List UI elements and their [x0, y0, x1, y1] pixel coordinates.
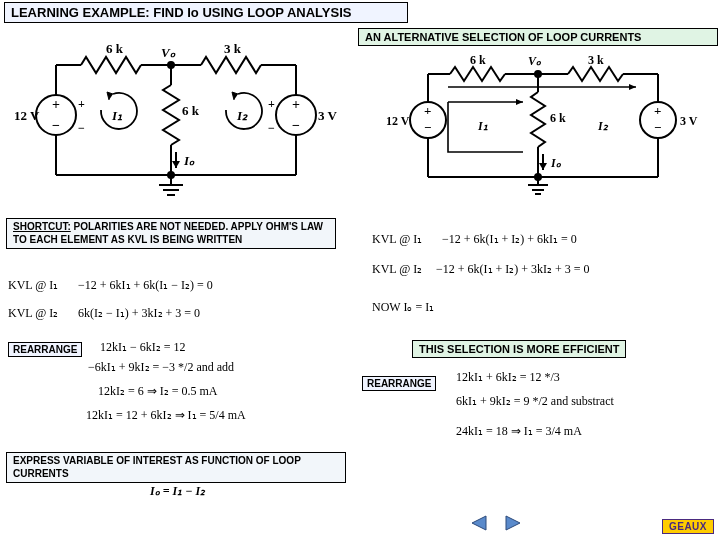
alt-title-text: AN ALTERNATIVE SELECTION OF LOOP CURRENT…: [365, 31, 641, 43]
footer-brand: GEAUX: [662, 519, 714, 534]
svg-text:I₁: I₁: [477, 119, 488, 133]
vs-3v: 3 V: [318, 108, 338, 123]
kvl2-right-label: KVL @ I₂: [372, 262, 422, 277]
efficient-box: THIS SELECTION IS MORE EFFICIENT: [412, 340, 626, 358]
circuit-left: 6 k 3 k 6 k Vₒ 12 V 3 V I₁ I₂ Iₒ + − + −…: [6, 40, 346, 210]
vo-label: Vₒ: [161, 45, 176, 60]
res-6k-left: 6 k: [106, 41, 124, 56]
svg-text:−: −: [52, 118, 60, 133]
i1-label: I₁: [111, 108, 123, 123]
kvl1-left-label: KVL @ I₁: [8, 278, 58, 293]
i2-label: I₂: [236, 108, 248, 123]
svg-text:+: +: [52, 97, 60, 112]
svg-text:−: −: [654, 120, 661, 135]
res-3k: 3 k: [224, 41, 242, 56]
eq-r1-right: 12kI₁ + 6kI₂ = 12 */3: [456, 370, 560, 385]
vs-12v: 12 V: [14, 108, 40, 123]
eq-r2-right: 6kI₁ + 9kI₂ = 9 */2 and substract: [456, 394, 614, 409]
svg-text:3 V: 3 V: [680, 114, 698, 128]
prev-button[interactable]: [468, 514, 490, 532]
svg-text:+: +: [78, 97, 85, 111]
svg-text:6 k: 6 k: [470, 53, 486, 67]
svg-text:I₂: I₂: [597, 119, 609, 133]
svg-text:−: −: [78, 121, 85, 135]
title-box: LEARNING EXAMPLE: FIND Io USING LOOP ANA…: [4, 2, 408, 23]
svg-text:6 k: 6 k: [550, 111, 566, 125]
eq-r1-left: 12kI₁ − 6kI₂ = 12: [100, 340, 186, 355]
shortcut-underline: SHORTCUT:: [13, 221, 71, 232]
rearrange-left: REARRANGE: [8, 342, 82, 357]
svg-text:+: +: [292, 97, 300, 112]
next-button[interactable]: [502, 514, 524, 532]
io-label: Iₒ: [183, 153, 195, 168]
kvl1-right: −12 + 6k(I₁ + I₂) + 6kI₁ = 0: [442, 232, 577, 247]
svg-text:Vₒ: Vₒ: [528, 54, 542, 68]
svg-text:Iₒ: Iₒ: [550, 156, 562, 170]
kvl1-right-label: KVL @ I₁: [372, 232, 422, 247]
eq-r4-left: 12kI₁ = 12 + 6kI₂ ⇒ I₁ = 5/4 mA: [86, 408, 246, 423]
kvl2-left-label: KVL @ I₂: [8, 306, 58, 321]
svg-text:−: −: [292, 118, 300, 133]
alt-title-box: AN ALTERNATIVE SELECTION OF LOOP CURRENT…: [358, 28, 718, 46]
kvl1-left: −12 + 6kI₁ + 6k(I₁ − I₂) = 0: [78, 278, 213, 293]
svg-text:+: +: [424, 103, 431, 118]
svg-text:−: −: [268, 121, 275, 135]
svg-text:+: +: [268, 97, 275, 111]
eq-r3-right: 24kI₁ = 18 ⇒ I₁ = 3/4 mA: [456, 424, 582, 439]
kvl2-right: −12 + 6k(I₁ + I₂) + 3kI₂ + 3 = 0: [436, 262, 590, 277]
res-6k-mid: 6 k: [182, 103, 200, 118]
eq-r3-left: 12kI₂ = 6 ⇒ I₂ = 0.5 mA: [98, 384, 218, 399]
shortcut-note: SHORTCUT: POLARITIES ARE NOT NEEDED. APP…: [6, 218, 336, 249]
rearrange-right: REARRANGE: [362, 376, 436, 391]
circuit-right: 6 k 3 k 6 k Vₒ 12 V 3 V I₁ I₂ Iₒ + − + −: [378, 52, 708, 212]
svg-text:+: +: [654, 103, 661, 118]
now-right: NOW Iₒ = I₁: [372, 300, 434, 315]
svg-text:−: −: [424, 120, 431, 135]
svg-text:12 V: 12 V: [386, 114, 410, 128]
eq-io-left: Iₒ = I₁ − I₂: [150, 484, 205, 499]
eq-r2-left: −6kI₁ + 9kI₂ = −3 */2 and add: [88, 360, 234, 375]
kvl2-left: 6k(I₂ − I₁) + 3kI₂ + 3 = 0: [78, 306, 200, 321]
title-text: LEARNING EXAMPLE: FIND Io USING LOOP ANA…: [11, 5, 351, 20]
svg-text:3 k: 3 k: [588, 53, 604, 67]
express-note: EXPRESS VARIABLE OF INTEREST AS FUNCTION…: [6, 452, 346, 483]
